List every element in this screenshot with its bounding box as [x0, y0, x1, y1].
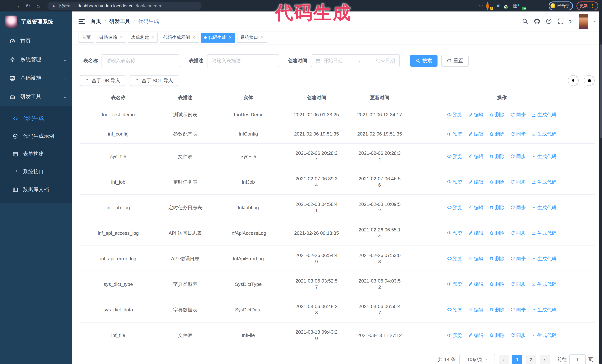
hamburger-icon[interactable] [78, 19, 85, 24]
extension-grid-icon[interactable]: ▦◆ [513, 3, 519, 9]
sync-action[interactable]: 同步 [511, 230, 526, 236]
sync-action[interactable]: 同步 [511, 204, 526, 210]
sidebar-item-form-builder[interactable]: 表单构建 [0, 145, 72, 163]
edit-action[interactable]: 编辑 [468, 112, 484, 118]
scrollbar[interactable] [599, 11, 602, 364]
sync-action[interactable]: 同步 [511, 179, 526, 185]
generate-code-action[interactable]: 生成代码 [532, 255, 557, 262]
sidebar-item-codegen[interactable]: 代码生成 [0, 110, 72, 127]
delete-action[interactable]: 删除 [490, 306, 505, 313]
delete-action[interactable]: 删除 [490, 230, 505, 236]
edit-action[interactable]: 编辑 [468, 153, 484, 159]
edit-action[interactable]: 编辑 [468, 230, 484, 236]
delete-action[interactable]: 删除 [490, 131, 505, 137]
github-icon[interactable] [534, 18, 540, 24]
reset-button[interactable]: 重置 [441, 55, 469, 67]
tag-home[interactable]: 首页 [78, 32, 94, 42]
browser-menu-icon[interactable]: ⋮ [591, 3, 595, 8]
generate-code-action[interactable]: 生成代码 [532, 230, 557, 236]
extension-tabs-icon[interactable]: on [522, 3, 527, 9]
generate-code-action[interactable]: 生成代码 [532, 179, 557, 185]
help-icon[interactable] [546, 18, 552, 24]
generate-code-action[interactable]: 生成代码 [532, 153, 557, 159]
close-icon[interactable]: ✕ [119, 35, 123, 40]
delete-action[interactable]: 删除 [490, 204, 505, 210]
extension-bot-icon[interactable] [531, 3, 537, 9]
search-button[interactable]: 搜索 [410, 55, 438, 67]
sync-action[interactable]: 同步 [511, 112, 526, 118]
close-icon[interactable]: ✕ [192, 35, 195, 40]
generate-code-action[interactable]: 生成代码 [532, 112, 557, 118]
delete-action[interactable]: 删除 [490, 112, 505, 118]
import-sql-button[interactable]: 基于 SQL 导入 [130, 75, 178, 86]
browser-forward-icon[interactable]: → [14, 3, 21, 9]
sync-action[interactable]: 同步 [511, 281, 526, 287]
page-1-button[interactable]: 1 [512, 354, 522, 364]
sync-action[interactable]: 同步 [511, 153, 526, 159]
generate-code-action[interactable]: 生成代码 [532, 306, 557, 313]
generate-code-action[interactable]: 生成代码 [532, 204, 557, 210]
generate-code-action[interactable]: 生成代码 [532, 332, 557, 338]
table-desc-input[interactable]: 请输入表描述 [207, 54, 279, 67]
edit-action[interactable]: 编辑 [468, 281, 484, 287]
sync-action[interactable]: 同步 [511, 332, 526, 338]
close-icon[interactable]: ✕ [228, 35, 232, 40]
close-icon[interactable]: ✕ [260, 35, 264, 40]
preview-action[interactable]: 预览 [447, 281, 462, 287]
toggle-search-button[interactable] [568, 75, 579, 86]
tag-system-api[interactable]: 系统接口✕ [237, 32, 267, 42]
preview-action[interactable]: 预览 [447, 112, 462, 118]
tag-codegen-demo[interactable]: 代码生成示例✕ [160, 32, 199, 42]
next-page-button[interactable]: › [540, 354, 550, 364]
edit-action[interactable]: 编辑 [468, 131, 484, 137]
delete-action[interactable]: 删除 [490, 153, 505, 159]
extension-gem-icon[interactable]: ◆ [495, 3, 501, 9]
edit-action[interactable]: 编辑 [468, 179, 484, 185]
goto-page-input[interactable]: 1 [570, 354, 586, 364]
browser-home-icon[interactable]: ⌂ [35, 3, 42, 9]
edit-action[interactable]: 编辑 [468, 332, 484, 338]
browser-profile-chip[interactable]: 已暂停 [549, 1, 573, 10]
preview-action[interactable]: 预览 [447, 153, 462, 159]
page-size-select[interactable]: 10条/页 ▾ [459, 354, 495, 364]
sidebar-item-devtools[interactable]: 研发工具 [0, 87, 72, 106]
refresh-table-button[interactable] [584, 75, 595, 86]
address-bar[interactable]: ▲ 不安全 | dashboard.yudao.iocoder.cn/tool/… [47, 2, 202, 10]
font-size-icon[interactable]: tT [569, 19, 573, 24]
sidebar-item-system-api[interactable]: 系统接口 [0, 163, 72, 181]
scrollbar-thumb[interactable] [600, 44, 602, 138]
table-name-input[interactable]: 请输入表名称 [101, 54, 180, 67]
generate-code-action[interactable]: 生成代码 [532, 281, 557, 287]
sidebar-item-infra[interactable]: 基础设施 [0, 69, 72, 87]
delete-action[interactable]: 删除 [490, 179, 505, 185]
breadcrumb-devtools[interactable]: 研发工具 [109, 18, 130, 25]
search-icon[interactable] [522, 18, 528, 24]
browser-back-icon[interactable]: ← [4, 3, 10, 9]
bookmark-star-icon[interactable]: ☆ [479, 3, 483, 9]
prev-page-button[interactable]: ‹ [499, 354, 509, 364]
close-icon[interactable]: ✕ [151, 35, 154, 40]
browser-reload-icon[interactable]: ↻ [24, 3, 31, 9]
preview-action[interactable]: 预览 [447, 204, 462, 210]
sidebar-item-codegen-demo[interactable]: 代码生成示例 [0, 127, 72, 145]
sidebar-item-home[interactable]: 首页 [0, 32, 72, 50]
sync-action[interactable]: 同步 [511, 255, 526, 262]
tag-codegen[interactable]: 代码生成✕ [201, 32, 235, 42]
delete-action[interactable]: 删除 [490, 281, 505, 287]
delete-action[interactable]: 删除 [490, 332, 505, 338]
breadcrumb-home[interactable]: 首页 [91, 18, 101, 25]
edit-action[interactable]: 编辑 [468, 204, 484, 210]
date-range-input[interactable]: 开始日期 - 结束日期 [311, 54, 400, 67]
extension-green-check-icon[interactable]: ✓ [504, 3, 510, 9]
sidebar-item-db-doc[interactable]: 数据库文档 [0, 181, 72, 198]
user-avatar[interactable] [579, 14, 588, 29]
preview-action[interactable]: 预览 [447, 306, 462, 313]
tag-tracing[interactable]: 链路追踪✕ [96, 32, 126, 42]
browser-update-button[interactable]: 更新 ⋮ [576, 1, 598, 10]
sidebar-item-system[interactable]: 系统管理 [0, 50, 72, 69]
logo[interactable]: 芋道管理系统 [0, 11, 72, 31]
extension-puzzle-icon[interactable] [540, 3, 545, 9]
sync-action[interactable]: 同步 [511, 131, 526, 137]
extension-orange-icon[interactable]: 1 [486, 3, 492, 9]
page-2-button[interactable]: 2 [526, 354, 536, 364]
